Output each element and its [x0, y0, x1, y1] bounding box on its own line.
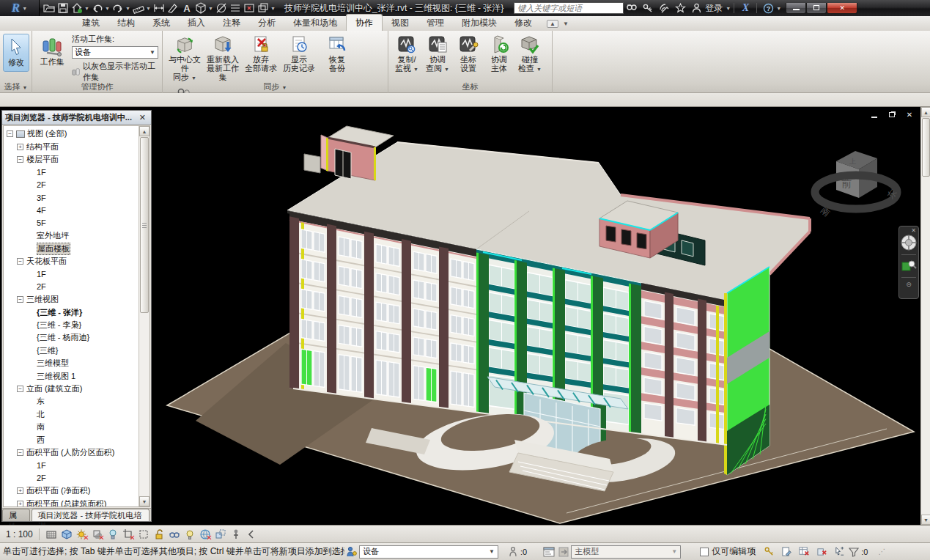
sync-relinquish-button[interactable]: 放弃全部请求	[242, 33, 280, 81]
tree-item-三维-张洋[interactable]: {三维 - 张洋}	[4, 306, 139, 318]
tree-item-视图全部[interactable]: −视图 (全部)	[4, 128, 139, 140]
tree-item-3F[interactable]: 3F	[4, 191, 139, 204]
scroll-up-icon[interactable]: ▲	[139, 126, 150, 136]
displace-elements-icon[interactable]	[214, 527, 228, 541]
status-workset-combo[interactable]: 设备▼	[359, 545, 498, 559]
dimension-icon[interactable]	[152, 2, 165, 15]
tree-item-结构平面[interactable]: +结构平面	[4, 140, 139, 152]
undo-icon[interactable]	[91, 2, 103, 15]
tree-item-北[interactable]: 北	[4, 408, 139, 421]
save-icon[interactable]	[56, 2, 69, 15]
tree-item-面积平面净面积[interactable]: +面积平面 (净面积)	[4, 485, 139, 497]
thin-lines-icon[interactable]	[229, 2, 241, 15]
help-icon[interactable]: ?	[761, 1, 775, 15]
dropdown-arrow-icon[interactable]: ▼	[84, 6, 89, 11]
tree-item-1F[interactable]: 1F	[4, 268, 139, 280]
tree-item-南[interactable]: 南	[4, 421, 139, 433]
scroll-down-icon[interactable]: ▼	[139, 496, 150, 506]
measure-icon[interactable]	[132, 2, 144, 15]
navbar-close-icon[interactable]: ✕	[911, 228, 916, 234]
tree-collapse-icon[interactable]: −	[17, 386, 23, 392]
select-panel-label[interactable]: 选择 ▼	[0, 81, 32, 92]
box-x-icon[interactable]	[814, 545, 829, 559]
tree-item-室外地坪[interactable]: 室外地坪	[4, 229, 139, 242]
ribbon-tab-附加模块[interactable]: 附加模块	[453, 15, 506, 31]
ribbon-tab-结构[interactable]: 结构	[108, 15, 144, 31]
dropdown-arrow-icon[interactable]: ▼	[125, 6, 130, 11]
tree-item-西[interactable]: 西	[4, 433, 139, 446]
show-crop-icon[interactable]	[137, 527, 151, 541]
tree-item-三维视图1[interactable]: 三维视图 1	[4, 369, 139, 382]
exchange-apps-icon[interactable]: X	[738, 1, 753, 15]
checkbox-icon[interactable]	[700, 548, 709, 556]
view-restore-button[interactable]	[886, 110, 898, 119]
ribbon-tab-系统[interactable]: 系统	[144, 15, 179, 31]
active-workset-combo[interactable]: 设备▼	[72, 46, 158, 59]
open-icon[interactable]	[43, 2, 55, 15]
coordinate-copy-monitor-button[interactable]: 复制/监视 ▼	[391, 33, 422, 81]
close-window-icon[interactable]	[243, 2, 255, 15]
temporary-hide-icon[interactable]	[168, 527, 182, 541]
ribbon-tab-视图[interactable]: 视图	[383, 15, 418, 31]
editing-requests-icon[interactable]	[506, 545, 520, 559]
minimize-button[interactable]	[786, 3, 806, 14]
close-button[interactable]: ✕	[827, 3, 857, 14]
tree-collapse-icon[interactable]: −	[7, 130, 13, 137]
sign-in-person-icon[interactable]	[689, 1, 704, 15]
maximize-button[interactable]	[806, 3, 827, 14]
tree-collapse-icon[interactable]: −	[17, 258, 23, 265]
tree-item-立面建筑立面[interactable]: −立面 (建筑立面)	[4, 383, 139, 395]
sun-path-icon[interactable]: ✕	[75, 527, 89, 541]
reveal-hidden-icon[interactable]	[183, 527, 197, 541]
chevron-down-icon[interactable]: ▼	[726, 6, 731, 11]
favorites-star-icon[interactable]	[673, 1, 687, 15]
coordinate-coordination-review-button[interactable]: 协调查阅 ▼	[422, 33, 453, 81]
tree-item-三维模型[interactable]: 三维模型	[4, 357, 139, 369]
key-icon[interactable]	[641, 1, 655, 15]
tree-item-三维-李枭[interactable]: {三维 - 李枭}	[4, 319, 139, 331]
project-browser-close-icon[interactable]: ✕	[137, 113, 148, 122]
tree-item-面积平面人防分区面积[interactable]: −面积平面 (人防分区面积)	[4, 446, 139, 459]
view-minimize-button[interactable]	[868, 110, 880, 119]
tree-item-三维-杨雨迪[interactable]: {三维 - 杨雨迪}	[4, 331, 139, 344]
navbar-more-icon[interactable]: ⊜	[906, 281, 912, 288]
tree-collapse-icon[interactable]: −	[17, 296, 23, 303]
tree-item-2F[interactable]: 2F	[4, 179, 139, 191]
tree-expand-icon[interactable]: +	[17, 501, 23, 507]
tree-item-楼层平面[interactable]: −楼层平面	[4, 153, 139, 166]
detail-level-icon[interactable]	[45, 527, 59, 541]
pin-icon[interactable]	[229, 527, 243, 541]
tag-icon[interactable]	[166, 2, 179, 15]
tree-item-1F[interactable]: 1F	[4, 459, 139, 471]
project-browser-titlebar[interactable]: 项目浏览器 - 技师学院机电培训中... ✕	[2, 111, 151, 125]
drawing-area[interactable]: 前上南东 ✕ ✕ ⊜ ▲ ▼	[0, 107, 930, 525]
coordinate-coordination-settings-button[interactable]: 坐标设置	[453, 33, 484, 81]
search-icon[interactable]	[624, 1, 639, 15]
tree-item-屋面楼板[interactable]: 屋面楼板	[4, 243, 139, 255]
ribbon-tab-插入[interactable]: 插入	[179, 15, 214, 31]
project-browser-tab[interactable]: 项目浏览器 - 技师学院机电培训...	[32, 509, 150, 521]
tree-item-三维[interactable]: {三维}	[4, 345, 139, 357]
photometric-lights-icon[interactable]	[106, 527, 120, 541]
filter-icon[interactable]	[846, 545, 861, 559]
tree-item-面积平面总建筑面积[interactable]: +面积平面 (总建筑面积)	[4, 497, 139, 507]
tree-collapse-icon[interactable]: −	[17, 449, 23, 456]
chevron-down-icon[interactable]: ▼	[776, 6, 781, 11]
tree-item-2F[interactable]: 2F	[4, 281, 139, 293]
minimize-ribbon-button[interactable]: ▲▼	[547, 20, 571, 31]
redo-icon[interactable]	[111, 2, 124, 15]
coordinate-interference-check-button[interactable]: 碰撞检查 ▼	[514, 33, 545, 81]
shadows-icon[interactable]: ✕	[91, 527, 105, 541]
ribbon-tab-体量和场地[interactable]: 体量和场地	[284, 15, 346, 31]
collapse-icon[interactable]	[245, 527, 259, 541]
cube-3d-icon[interactable]	[194, 2, 207, 15]
unlocked-view-icon[interactable]	[152, 527, 166, 541]
tree-item-2F[interactable]: 2F	[4, 472, 139, 485]
section-icon[interactable]	[215, 2, 227, 15]
communication-center-icon[interactable]	[657, 1, 671, 15]
select-arrows-icon[interactable]	[832, 545, 846, 559]
tree-expand-icon[interactable]: +	[17, 487, 23, 494]
switch-windows-icon[interactable]	[257, 2, 269, 15]
ribbon-tab-分析[interactable]: 分析	[249, 15, 284, 31]
view-scale-button[interactable]: 1 : 100	[4, 528, 40, 540]
